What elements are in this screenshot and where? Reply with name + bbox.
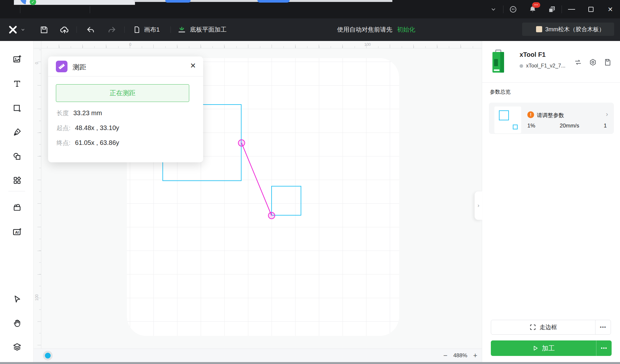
object-thumbnail (494, 106, 521, 133)
frame-button[interactable]: 走边框 (491, 320, 595, 334)
chevron-right-icon[interactable]: › (606, 110, 608, 118)
parameter-card[interactable]: ! 请调整参数 › 1% 20mm/s 1 (489, 103, 614, 134)
ruler-v-label-0: 0 (35, 62, 39, 64)
warning-text: 请调整参数 (537, 112, 564, 119)
parameter-values: 1% 20mm/s 1 (527, 123, 607, 129)
canvas-status-bar: − 488% + (34, 349, 482, 362)
shape-tool-button[interactable] (12, 103, 22, 113)
text-tool-button[interactable] (12, 79, 22, 88)
chevron-down-icon (492, 8, 495, 10)
elements-library-button[interactable] (12, 176, 22, 185)
service-icon (509, 5, 517, 13)
measure-start-row: 起点: 48.48x , 33.10y (57, 124, 119, 132)
cloud-upload-button[interactable] (58, 24, 71, 35)
redo-button[interactable] (106, 24, 118, 35)
cascade-windows-icon (548, 5, 556, 13)
rectangle-icon (13, 104, 22, 113)
layers-button[interactable] (12, 342, 22, 352)
tab-separator (90, 6, 90, 13)
combine-shapes-icon (13, 152, 22, 161)
switch-device-icon[interactable] (574, 58, 582, 66)
zoom-controls: − 488% + (443, 349, 477, 362)
measuring-status-button[interactable]: 正在测距 (56, 84, 189, 102)
redo-icon (108, 25, 116, 34)
pan-tool-button[interactable] (12, 318, 22, 328)
zoom-out-button[interactable]: − (443, 351, 448, 360)
ruler-vertical (34, 48, 41, 362)
save-button[interactable] (38, 24, 50, 35)
chevron-down-icon (22, 29, 24, 30)
maximize-button[interactable] (581, 0, 601, 18)
zoom-in-button[interactable]: + (473, 351, 477, 360)
workspace-dropdown-button[interactable] (484, 0, 503, 18)
layer-color-indicator[interactable] (43, 351, 53, 360)
toolbar-separator (77, 26, 77, 33)
frame-outline-icon (529, 324, 536, 331)
ruler-h-label-100: 100 (364, 42, 371, 47)
desktop-edge-strip (0, 362, 620, 364)
minimize-button[interactable] (562, 0, 581, 18)
process-button[interactable]: 加工 (491, 340, 596, 356)
maximize-icon (588, 7, 594, 12)
measure-end-row: 终点: 61.05x , 63.86y (57, 139, 119, 147)
initialize-link[interactable]: 初始化 (397, 25, 415, 34)
ruler-tool-icon (56, 61, 67, 72)
close-icon: ✕ (608, 5, 613, 13)
notifications-button[interactable]: ••• (523, 0, 542, 18)
process-button-group: 加工 ••• (491, 340, 612, 356)
speed-value: 20mm/s (560, 123, 579, 129)
frame-more-button[interactable]: ••• (595, 320, 611, 334)
material-name: 3mm松木（胶合木板） (545, 25, 605, 33)
thumbnail-rect-small (513, 125, 518, 129)
layers-icon (13, 342, 22, 351)
chevron-right-icon: › (478, 202, 480, 209)
toolbar-separator (124, 26, 125, 33)
toolbar-separator (170, 26, 171, 33)
frame-button-group: 走边框 ••• (491, 320, 611, 335)
processing-mode-selector[interactable]: 底板平面加工 (177, 24, 227, 35)
process-more-button[interactable]: ••• (596, 340, 612, 356)
undo-icon (86, 25, 95, 34)
device-connection-id: xTool_F1_v2_7... (526, 63, 565, 69)
select-tool-button[interactable] (12, 294, 22, 304)
close-button[interactable]: ✕ (601, 0, 620, 18)
app-menu-chevron[interactable] (19, 24, 26, 35)
elements-icon (13, 176, 22, 185)
right-panel: xTool F1 xTool_F1_v2_7... 参数总览 (482, 41, 620, 362)
save-icon (40, 25, 48, 34)
device-file-icon[interactable] (604, 58, 612, 66)
device-status: xTool_F1_v2_7... (520, 63, 565, 69)
processing-mode-name: 底板平面加工 (190, 25, 227, 34)
text-icon (13, 79, 22, 88)
laser-flat-icon (177, 25, 187, 35)
pen-tool-button[interactable] (12, 127, 22, 137)
dialog-close-icon[interactable]: ✕ (190, 62, 196, 70)
notification-badge: ••• (532, 2, 540, 8)
panel-collapse-handle[interactable]: › (474, 191, 482, 220)
app-menu-button[interactable] (7, 24, 19, 35)
material-selector[interactable]: 3mm松木（胶合木板） (522, 23, 614, 36)
layer-color-dot (45, 353, 51, 359)
sidebar-divider (8, 191, 25, 191)
support-button[interactable] (503, 0, 523, 18)
device-name: xTool F1 (520, 51, 546, 58)
undo-button[interactable] (85, 24, 96, 35)
xcs-app-window: F1 Untitled F1 Untitled ✕ + ••• (0, 0, 620, 364)
status-dot-icon (520, 64, 523, 68)
device-actions (574, 58, 612, 66)
panel-divider (482, 82, 620, 83)
device-settings-icon[interactable] (589, 58, 597, 66)
canvas-selector[interactable]: 画布1 (133, 24, 160, 35)
ai-icon: AI (12, 227, 22, 237)
ai-create-button[interactable]: AI (12, 227, 22, 237)
boolean-combine-button[interactable] (12, 152, 22, 161)
window-cascade-button[interactable] (542, 0, 562, 18)
measure-dialog: 测距 ✕ 正在测距 长度 33.23 mm 起点: 48.48x , 33.10… (48, 56, 203, 162)
ruler-corner (34, 41, 41, 48)
thumbnail-rect-large (499, 110, 509, 120)
cyan-rectangle-small[interactable] (271, 186, 301, 216)
measure-length-row: 长度 33.23 mm (57, 109, 102, 117)
xtool-logo-icon (8, 25, 17, 34)
material-library-button[interactable] (12, 203, 22, 212)
add-image-button[interactable] (12, 55, 22, 64)
